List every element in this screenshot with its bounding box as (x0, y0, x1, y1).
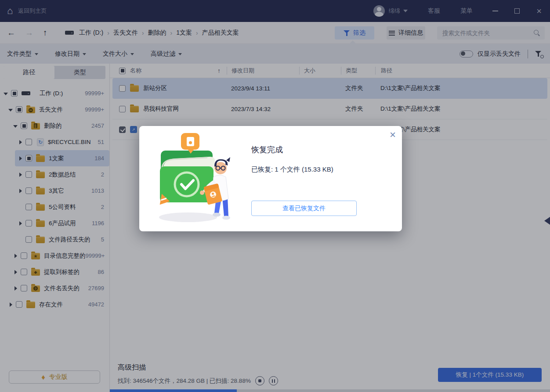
recovery-complete-dialog: × (139, 126, 402, 231)
recovery-illustration (154, 133, 234, 225)
dialog-close-icon[interactable]: × (390, 129, 396, 140)
data-recovery-window: ⌂ 返回到主页 绵绵 客服 菜单 × ← → ↑ 工作 (D:) › 丢失文件 (0, 0, 550, 392)
view-recovered-files-button[interactable]: 查看已恢复文件 (251, 201, 357, 216)
dialog-title: 恢复完成 (251, 144, 283, 155)
dialog-message: 已恢复: 1 个文件 (15.33 KB) (251, 165, 333, 174)
